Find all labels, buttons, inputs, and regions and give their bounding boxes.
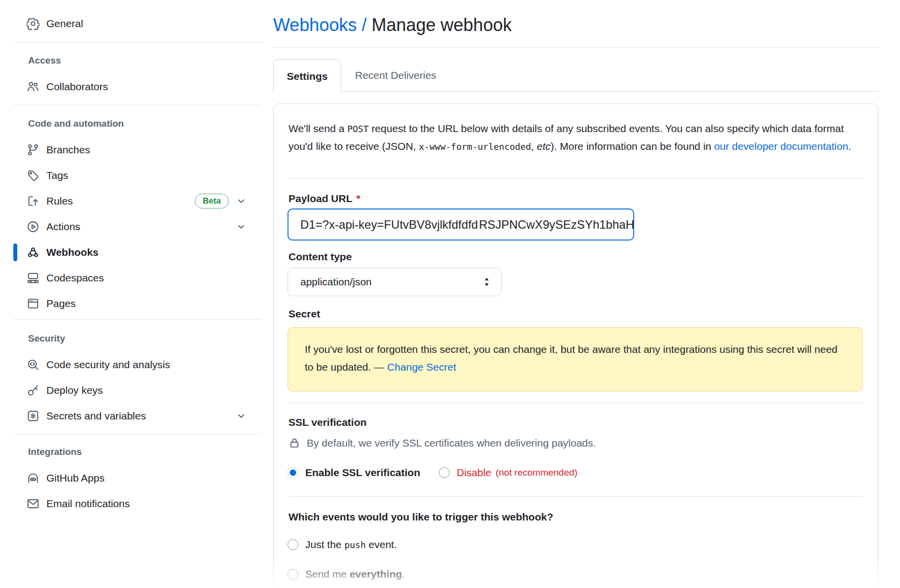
ssl-radio-row: Enable SSL verification Disable (not rec… bbox=[288, 467, 577, 479]
sidebar-item-label: Email notifications bbox=[46, 498, 130, 510]
tab-settings[interactable]: Settings bbox=[273, 59, 341, 93]
everything-option-label: Send me everything. bbox=[305, 568, 405, 580]
sidebar-item-code-security[interactable]: Code security and analysis bbox=[13, 352, 261, 378]
divider bbox=[288, 178, 863, 178]
gear-icon bbox=[27, 17, 39, 30]
events-question: Which events would you like to trigger t… bbox=[288, 511, 553, 523]
sidebar-section-code-automation: Code and automation bbox=[28, 118, 124, 130]
event-option-push: Just the push event. bbox=[288, 539, 397, 551]
sidebar-item-github-apps[interactable]: GitHub Apps bbox=[13, 465, 261, 491]
sidebar-item-secrets-variables[interactable]: Secrets and variables bbox=[13, 403, 261, 429]
secret-warning-box: If you've lost or forgotten this secret,… bbox=[288, 327, 863, 391]
page-title: Webhooks / Manage webhook bbox=[273, 15, 512, 35]
asterisk-box-icon bbox=[27, 410, 39, 422]
sidebar-item-rules[interactable]: Rules Beta bbox=[13, 188, 261, 214]
mail-icon bbox=[27, 497, 39, 510]
sidebar-item-codespaces[interactable]: Codespaces bbox=[13, 265, 261, 291]
sidebar-section-security: Security bbox=[28, 333, 65, 345]
ssl-note-text: By default, we verify SSL certificates w… bbox=[307, 437, 596, 449]
sidebar-item-email-notifications[interactable]: Email notifications bbox=[13, 491, 261, 517]
sidebar-item-label: Branches bbox=[46, 144, 90, 156]
event-option-everything: Send me everything. bbox=[288, 568, 405, 580]
select-arrows-icon bbox=[483, 277, 490, 287]
page-title-current: Manage webhook bbox=[371, 15, 511, 35]
payload-url-label: Payload URL* bbox=[288, 193, 360, 205]
sidebar-divider bbox=[13, 434, 261, 434]
rules-icon bbox=[27, 195, 39, 208]
input-value-after-caret: RSJPNCwX9ySEzSYh1bhaHXc bbox=[479, 218, 634, 232]
sidebar-item-pages[interactable]: Pages bbox=[13, 291, 261, 316]
git-branch-icon bbox=[27, 143, 39, 156]
developer-documentation-link[interactable]: our developer documentation bbox=[714, 140, 848, 152]
ssl-note-row: By default, we verify SSL certificates w… bbox=[288, 437, 596, 449]
sidebar-item-label: Code security and analysis bbox=[46, 359, 170, 371]
sidebar-item-label: Pages bbox=[46, 298, 76, 310]
intro-text: We'll send a POST request to the URL bel… bbox=[288, 120, 864, 155]
browser-icon bbox=[27, 297, 39, 310]
sidebar-item-deploy-keys[interactable]: Deploy keys bbox=[13, 378, 261, 403]
chevron-down-icon[interactable] bbox=[236, 411, 246, 421]
chevron-down-icon[interactable] bbox=[236, 222, 246, 232]
tab-label: Settings bbox=[287, 70, 328, 82]
sidebar-item-label: Deploy keys bbox=[46, 384, 103, 396]
codespaces-icon bbox=[27, 272, 39, 284]
webhook-settings-panel: We'll send a POST request to the URL bel… bbox=[273, 104, 878, 588]
tab-label: Recent Deliveries bbox=[355, 69, 436, 81]
enable-ssl-radio[interactable] bbox=[288, 467, 298, 478]
required-asterisk: * bbox=[357, 193, 360, 204]
ssl-verification-heading: SSL verification bbox=[288, 416, 366, 428]
urlencoded-code: x-www-form-urlencoded bbox=[419, 141, 531, 152]
secret-label: Secret bbox=[288, 308, 320, 320]
sidebar-item-label: Actions bbox=[46, 221, 80, 233]
push-event-radio[interactable] bbox=[288, 539, 298, 550]
beta-badge: Beta bbox=[195, 194, 229, 208]
sidebar-section-access: Access bbox=[28, 55, 61, 67]
divider bbox=[288, 496, 863, 497]
push-option-label: Just the push event. bbox=[305, 539, 397, 551]
breadcrumb-webhooks-link[interactable]: Webhooks bbox=[273, 15, 357, 35]
content-type-label: Content type bbox=[288, 251, 352, 263]
sidebar-item-label: Webhooks bbox=[46, 246, 99, 258]
key-icon bbox=[27, 384, 39, 397]
sidebar-item-actions[interactable]: Actions bbox=[13, 214, 261, 240]
everything-event-radio[interactable] bbox=[288, 569, 298, 580]
hubot-icon bbox=[27, 472, 39, 484]
push-code: push bbox=[344, 540, 365, 550]
sidebar-item-label: Collaborators bbox=[46, 81, 108, 93]
sidebar-item-label: Secrets and variables bbox=[46, 410, 146, 422]
enable-ssl-label: Enable SSL verification bbox=[305, 467, 420, 479]
divider bbox=[288, 403, 863, 403]
sidebar-item-webhooks[interactable]: Webhooks bbox=[13, 240, 261, 265]
content-type-select[interactable]: application/json bbox=[288, 268, 502, 296]
change-secret-link[interactable]: Change Secret bbox=[387, 361, 456, 373]
sidebar-item-label: Tags bbox=[46, 170, 68, 181]
code-scan-icon bbox=[27, 358, 39, 371]
webhook-icon bbox=[27, 246, 39, 259]
play-circle-icon bbox=[27, 220, 39, 233]
sidebar-item-collaborators[interactable]: Collaborators bbox=[13, 74, 261, 100]
disable-ssl-radio[interactable] bbox=[439, 467, 450, 478]
sidebar-divider bbox=[13, 42, 261, 42]
select-value: application/json bbox=[300, 276, 372, 288]
sidebar-item-label: Codespaces bbox=[46, 272, 104, 284]
sidebar-item-tags[interactable]: Tags bbox=[13, 163, 261, 188]
input-value-before-caret: D1=?x-api-key=FUtvBV8vjlkfdfdfd bbox=[300, 218, 478, 232]
sidebar-item-label: GitHub Apps bbox=[46, 472, 105, 484]
disable-ssl-note: (not recommended) bbox=[496, 467, 577, 478]
payload-url-input[interactable]: D1=?x-api-key=FUtvBV8vjlkfdfdfdRSJPNCwX9… bbox=[288, 208, 634, 241]
sidebar-item-label: General bbox=[46, 18, 83, 30]
people-icon bbox=[27, 80, 39, 93]
breadcrumb-separator: / bbox=[361, 15, 366, 35]
sidebar-section-integrations: Integrations bbox=[28, 447, 82, 458]
chevron-down-icon[interactable] bbox=[236, 196, 246, 206]
post-code: POST bbox=[347, 124, 368, 134]
lock-icon bbox=[288, 437, 300, 449]
sidebar-divider bbox=[13, 105, 261, 105]
secret-warning-text: If you've lost or forgotten this secret,… bbox=[305, 344, 837, 373]
sidebar-divider bbox=[13, 319, 261, 320]
tab-recent-deliveries[interactable]: Recent Deliveries bbox=[341, 59, 450, 92]
sidebar-item-label: Rules bbox=[46, 195, 73, 207]
sidebar-item-general[interactable]: General bbox=[13, 11, 261, 36]
sidebar-item-branches[interactable]: Branches bbox=[13, 137, 261, 163]
settings-sidebar: General Access Collaborators Code and au… bbox=[0, 0, 273, 588]
